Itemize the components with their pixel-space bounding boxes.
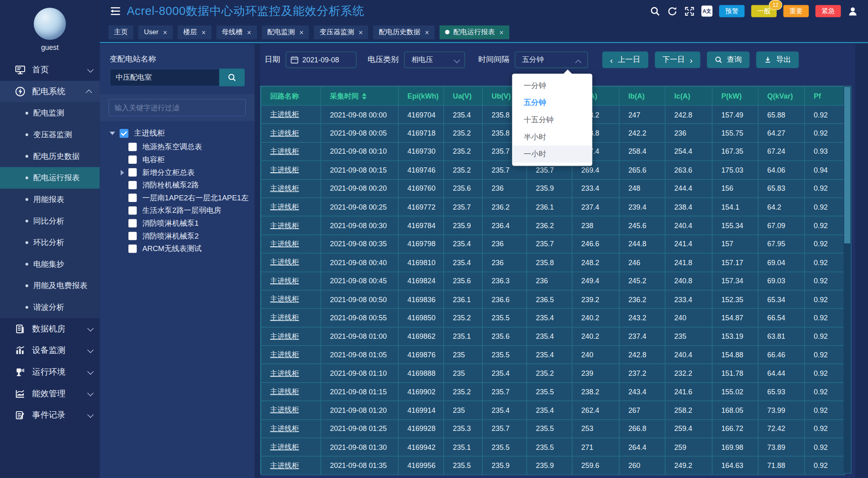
search-icon[interactable] [650,6,660,16]
checkbox-unchecked[interactable] [128,232,137,240]
tab[interactable]: 主页 [109,25,134,39]
circuit-link[interactable]: 主进线柜 [261,383,321,401]
circuit-link[interactable]: 主进线柜 [261,235,321,253]
caret-down-icon[interactable] [110,132,115,135]
circuit-link[interactable]: 主进线柜 [261,456,321,475]
close-icon[interactable]: × [247,29,251,36]
translate-icon[interactable]: A文 [701,6,713,17]
station-search-button[interactable] [219,69,245,87]
sidebar-item-data-room[interactable]: 数据机房 [0,318,100,340]
close-icon[interactable]: × [425,29,429,36]
circuit-link[interactable]: 主进线柜 [261,272,321,290]
submenu-item[interactable]: 谐波分析 [0,297,100,318]
tree-child-node[interactable]: 消防栓机械泵2路 [100,179,255,192]
sidebar-item-energy-efficiency[interactable]: 能效管理 [0,383,100,405]
circuit-link[interactable]: 主进线柜 [261,419,321,438]
fullscreen-icon[interactable] [684,6,695,16]
circuit-link[interactable]: 主进线柜 [261,364,321,383]
circuit-link[interactable]: 主进线柜 [261,216,321,235]
circuit-link[interactable]: 主进线柜 [261,327,321,346]
next-day-button[interactable]: 下一日 › [655,52,700,68]
tree-root-node[interactable]: 主进线柜 [100,126,255,141]
circuit-link[interactable]: 主进线柜 [261,105,321,124]
circuit-link[interactable]: 主进线柜 [261,346,321,364]
sidebar-item-event-log[interactable]: 事件记录 [0,404,100,426]
tab[interactable]: 母线槽 × [216,25,257,39]
close-icon[interactable]: × [359,29,363,36]
close-icon[interactable]: × [499,29,503,36]
sort-icon[interactable] [362,93,366,100]
submenu-item[interactable]: 同比分析 [0,210,100,232]
checkbox-checked[interactable] [120,129,128,138]
tree-child-node[interactable]: 电容柜 [100,153,255,166]
alarm-important-button[interactable]: 重要 [783,5,809,17]
circuit-link[interactable]: 主进线柜 [261,142,321,161]
close-icon[interactable]: × [163,29,167,36]
tree-child-node[interactable]: 消防喷淋机械泵1 [100,217,255,230]
tab[interactable]: 配电运行报表 × [440,25,509,39]
checkbox-unchecked[interactable] [128,219,137,228]
tree-child-node[interactable]: 地源热泵空调总表 [100,140,255,153]
previous-day-button[interactable]: ‹ 上一日 [602,52,648,68]
circuit-link[interactable]: 主进线柜 [261,124,321,142]
export-button[interactable]: 导出 [756,52,799,68]
sidebar-item-device-monitor[interactable]: 设备监测 [0,340,100,361]
checkbox-unchecked[interactable] [128,206,137,215]
submenu-item[interactable]: 用能及电费报表 [0,275,100,297]
close-icon[interactable]: × [202,29,206,36]
tree-child-node[interactable]: 生活水泵2路一层弱电房 [100,204,255,217]
submenu-item[interactable]: 变压器监测 [0,124,100,146]
checkbox-unchecked[interactable] [128,194,137,202]
tree-child-node[interactable]: ARCM无线表测试 [100,242,255,255]
tab[interactable]: User × [138,25,173,39]
tab[interactable]: 变压器监测 × [314,25,368,39]
sidebar-item-home[interactable]: 首页 [0,59,100,81]
collapse-menu-icon[interactable] [109,7,120,15]
close-icon[interactable]: × [299,29,303,36]
circuit-link[interactable]: 主进线柜 [261,253,321,272]
circuit-link[interactable]: 主进线柜 [261,309,321,327]
checkbox-unchecked[interactable] [128,143,137,151]
checkbox-unchecked[interactable] [128,181,137,190]
dropdown-option[interactable]: 十五分钟 [513,111,592,128]
tree-filter-input[interactable] [109,99,246,116]
submenu-item[interactable]: 配电监测 [0,102,100,124]
interval-select[interactable]: 五分钟 [515,52,588,68]
alarm-urgent-button[interactable]: 紧急 [815,5,841,17]
sidebar-item-environment[interactable]: 运行环境 [0,361,100,383]
checkbox-unchecked[interactable] [128,245,137,253]
circuit-link[interactable]: 主进线柜 [261,438,321,456]
voltage-type-select[interactable]: 相电压 [404,52,465,68]
dropdown-option[interactable]: 五分钟 [513,94,592,111]
refresh-icon[interactable] [667,6,678,16]
tab[interactable]: 配电监测 × [262,25,309,39]
avatar[interactable] [34,8,66,40]
tree-child-node[interactable]: 消防喷淋机械泵2 [100,230,255,243]
circuit-link[interactable]: 主进线柜 [261,161,321,179]
tree-child-node[interactable]: 新增分立柜总表 [100,166,255,179]
submenu-item[interactable]: 配电运行报表 [0,167,100,189]
submenu-item[interactable]: 用能报表 [0,189,100,210]
scrollbar-thumb[interactable] [844,87,850,243]
query-button[interactable]: 查询 [707,52,750,68]
dropdown-option[interactable]: 一小时 [513,146,592,163]
circuit-link[interactable]: 主进线柜 [261,290,321,309]
submenu-item[interactable]: 配电历史数据 [0,146,100,167]
checkbox-unchecked[interactable] [128,155,137,164]
user-icon[interactable] [847,6,858,16]
sidebar-item-power-system[interactable]: 配电系统 [0,81,100,103]
caret-right-icon[interactable] [121,170,124,175]
tab[interactable]: 配电历史数据 × [373,25,434,39]
circuit-link[interactable]: 主进线柜 [261,198,321,216]
circuit-link[interactable]: 主进线柜 [261,179,321,198]
circuit-link[interactable]: 主进线柜 [261,401,321,420]
alarm-general-button[interactable]: 一般 12 [751,5,777,17]
date-picker[interactable]: 2021-09-08 [286,52,357,68]
submenu-item[interactable]: 环比分析 [0,232,100,253]
submenu-item[interactable]: 电能集抄 [0,253,100,275]
checkbox-unchecked[interactable] [128,168,137,177]
dropdown-option[interactable]: 一分钟 [513,77,592,94]
station-search-input[interactable] [110,69,219,87]
dropdown-option[interactable]: 半小时 [513,128,592,146]
tab[interactable]: 楼层 × [178,25,211,39]
